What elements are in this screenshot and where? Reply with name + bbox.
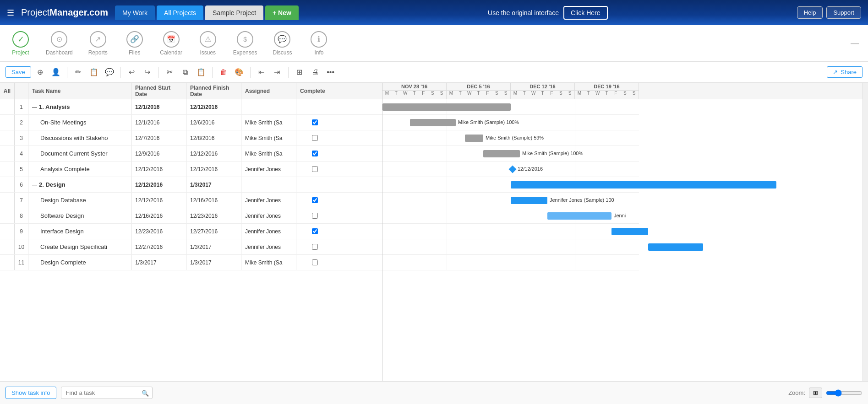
paste-icon[interactable]: 📋 [195, 66, 207, 79]
cell-task-5[interactable]: — 2. Design [28, 177, 131, 192]
table-row[interactable]: 6 — 2. Design 12/12/2016 1/3/2017 [0, 177, 382, 193]
support-button[interactable]: Support [826, 6, 861, 19]
table-row[interactable]: 5 Analysis Complete 12/12/2016 12/12/201… [0, 162, 382, 177]
cell-task-4[interactable]: Analysis Complete [28, 162, 131, 177]
assign-user-icon[interactable]: 👤 [49, 66, 62, 79]
checkbox-2[interactable] [312, 135, 318, 141]
cell-complete-0[interactable] [296, 99, 333, 114]
nav-project[interactable]: ✓ Project [9, 31, 32, 56]
checkbox-6[interactable] [312, 197, 318, 203]
gantt-bar[interactable] [547, 212, 611, 220]
gantt-bar[interactable] [511, 197, 547, 204]
day-label: T [392, 91, 401, 96]
undo-icon[interactable]: ↩ [126, 66, 138, 79]
cell-complete-4[interactable] [296, 162, 333, 177]
collapse-btn-5[interactable]: — [32, 182, 37, 188]
table-row[interactable]: 8 Software Design 12/16/2016 12/23/2016 … [0, 208, 382, 224]
gantt-bar[interactable] [382, 103, 511, 111]
cell-complete-1[interactable] [296, 115, 333, 130]
cell-complete-2[interactable] [296, 130, 333, 145]
checkbox-9[interactable] [312, 244, 318, 250]
print-icon[interactable]: 🖨 [309, 66, 322, 79]
table-row[interactable]: 1 — 1. Analysis 12/1/2016 12/12/2016 [0, 99, 382, 115]
nav-issues[interactable]: ⚠ Issues [197, 31, 219, 56]
cut-icon[interactable]: ✂ [164, 66, 176, 79]
checkbox-3[interactable] [312, 151, 318, 156]
help-button[interactable]: Help [797, 6, 823, 19]
tab-all-projects[interactable]: All Projects [157, 5, 203, 20]
outdent-icon[interactable]: ⇤ [255, 66, 268, 79]
save-button[interactable]: Save [5, 66, 31, 78]
zoom-button[interactable]: ⊞ [809, 388, 822, 398]
cell-assigned-0 [241, 99, 296, 114]
nav-reports[interactable]: ↗ Reports [87, 31, 109, 56]
nav-discuss[interactable]: 💬 Discuss [271, 31, 294, 56]
table-row[interactable]: 4 Document Current Syster 12/9/2016 12/1… [0, 146, 382, 162]
collapse-icon[interactable]: — [851, 38, 859, 48]
bar-label: Mike Smith (Sample) 100% [522, 151, 583, 156]
more-icon[interactable]: ••• [324, 66, 337, 79]
nav-calendar[interactable]: 📅 Calendar [160, 31, 183, 56]
gantt-bar[interactable] [410, 119, 456, 126]
indent-icon[interactable]: ⇥ [271, 66, 284, 79]
cell-task-7[interactable]: Software Design [28, 208, 131, 223]
show-task-button[interactable]: Show task info [5, 387, 56, 399]
cell-complete-5[interactable] [296, 177, 333, 192]
cell-task-0[interactable]: — 1. Analysis [28, 99, 131, 114]
cell-complete-9[interactable] [296, 239, 333, 254]
discuss-icon: 💬 [274, 31, 290, 48]
table-row[interactable]: 9 Interface Design 12/23/2016 12/27/2016… [0, 224, 382, 239]
checkbox-10[interactable] [312, 259, 318, 265]
cell-complete-7[interactable] [296, 208, 333, 223]
table-row[interactable]: 7 Design Database 12/12/2016 12/16/2016 … [0, 193, 382, 208]
checkbox-8[interactable] [312, 228, 318, 234]
click-here-button[interactable]: Click Here [563, 6, 608, 20]
tab-sample-project[interactable]: Sample Project [205, 5, 263, 20]
tab-my-work[interactable]: My Work [115, 5, 155, 20]
vertical-scrollbar[interactable] [863, 83, 868, 381]
gantt-bar[interactable] [648, 243, 703, 251]
nav-files[interactable]: 🔗 Files [123, 31, 146, 56]
cell-task-3[interactable]: Document Current Syster [28, 146, 131, 161]
gantt-bar[interactable] [611, 228, 648, 235]
cell-task-1[interactable]: On-Site Meetings [28, 115, 131, 130]
cell-task-2[interactable]: Discussions with Stakeho [28, 130, 131, 145]
comment-icon[interactable]: 💬 [103, 66, 116, 79]
delete-icon[interactable]: 🗑 [217, 66, 230, 79]
cell-task-9[interactable]: Create Design Specificati [28, 239, 131, 254]
checkbox-1[interactable] [312, 119, 318, 125]
cell-complete-3[interactable] [296, 146, 333, 161]
edit-icon[interactable]: ✏ [72, 66, 85, 79]
cell-task-8[interactable]: Interface Design [28, 224, 131, 239]
table-row[interactable]: 3 Discussions with Stakeho 12/7/2016 12/… [0, 130, 382, 146]
copy-icon[interactable]: ⧉ [179, 66, 192, 79]
notes-icon[interactable]: 📋 [87, 66, 100, 79]
tab-new[interactable]: + New [265, 5, 299, 20]
checkbox-4[interactable] [312, 166, 318, 172]
hamburger-menu[interactable]: ☰ [7, 8, 14, 18]
add-task-icon[interactable]: ⊕ [34, 66, 47, 79]
collapse-btn-0[interactable]: — [32, 104, 37, 110]
nav-dashboard[interactable]: ⊙ Dashboard [46, 31, 73, 56]
cell-task-10[interactable]: Design Complete [28, 255, 131, 270]
cell-complete-8[interactable] [296, 224, 333, 239]
table-row[interactable]: 2 On-Site Meetings 12/1/2016 12/6/2016 M… [0, 115, 382, 130]
grid-icon[interactable]: ⊞ [293, 66, 306, 79]
table-row[interactable]: 11 Design Complete 1/3/2017 1/3/2017 Mik… [0, 255, 382, 270]
cell-task-6[interactable]: Design Database [28, 193, 131, 208]
redo-icon[interactable]: ↪ [141, 66, 154, 79]
gantt-bar[interactable] [483, 150, 520, 157]
table-row[interactable]: 10 Create Design Specificati 12/27/2016 … [0, 239, 382, 255]
checkbox-7[interactable] [312, 213, 318, 219]
zoom-slider[interactable] [826, 389, 863, 397]
nav-expenses[interactable]: $ Expenses [233, 31, 257, 56]
nav-info[interactable]: ℹ Info [307, 31, 330, 56]
cell-complete-6[interactable] [296, 193, 333, 208]
gantt-bar[interactable] [465, 135, 483, 142]
find-task-input[interactable] [61, 387, 153, 399]
share-button[interactable]: ↗ Share [827, 66, 863, 78]
color-icon[interactable]: 🎨 [233, 66, 246, 79]
cell-checkbox-2 [0, 130, 15, 145]
cell-complete-10[interactable] [296, 255, 333, 270]
gantt-bar[interactable] [511, 181, 776, 189]
